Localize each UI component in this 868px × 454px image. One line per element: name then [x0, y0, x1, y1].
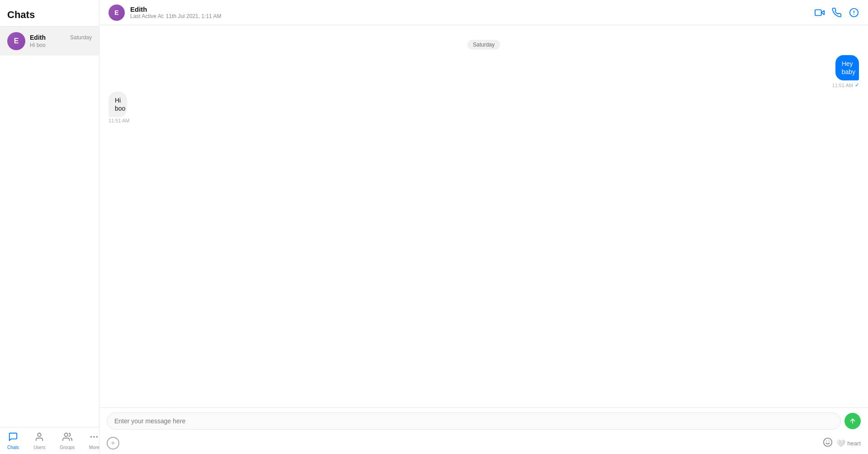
contact-list: E Edith Saturday Hi boo	[0, 27, 99, 427]
heart-icon: 🤍	[836, 439, 845, 448]
chat-area: E Edith Last Active At: 11th Jul 2021, 1…	[99, 0, 868, 454]
heart-text: heart	[847, 440, 861, 447]
contact-avatar-edith: E	[7, 32, 25, 50]
info-button[interactable]	[849, 8, 859, 18]
chat-header-info: Edith Last Active At: 11th Jul 2021, 1:1…	[130, 5, 221, 19]
chat-header-left: E Edith Last Active At: 11th Jul 2021, 1…	[108, 5, 221, 21]
input-right-actions: 🤍 heart	[823, 437, 861, 449]
message-bubble-received-1: Hi boo	[108, 92, 127, 117]
chat-header-actions	[815, 8, 859, 18]
app-container: Chats E Edith Saturday Hi boo	[0, 0, 868, 454]
message-meta-sent-1: 11:51 AM ✓	[832, 82, 859, 88]
input-left-actions: +	[107, 437, 119, 449]
nav-label-chats: Chats	[7, 445, 19, 450]
chat-header-initial: E	[114, 9, 118, 16]
date-divider: Saturday	[108, 40, 859, 50]
contact-name-row: Edith Saturday	[30, 34, 92, 41]
sidebar-header: Chats	[0, 0, 99, 27]
heart-label: 🤍 heart	[836, 439, 861, 448]
input-actions-row: + 🤍	[99, 434, 868, 454]
contact-initial-edith: E	[14, 37, 19, 45]
nav-label-groups: Groups	[60, 445, 75, 450]
contact-info-edith: Edith Saturday Hi boo	[30, 34, 92, 48]
message-time-received-1: 11:51 AM	[108, 118, 129, 123]
send-button[interactable]	[844, 413, 861, 429]
users-icon	[34, 432, 44, 444]
svg-rect-6	[815, 9, 821, 15]
svg-marker-5	[821, 10, 824, 14]
attach-button[interactable]: +	[107, 437, 119, 449]
message-bubble-sent-1: Hey baby	[835, 55, 859, 80]
date-badge: Saturday	[467, 40, 500, 50]
message-input[interactable]	[107, 412, 841, 430]
svg-point-3	[94, 436, 95, 437]
nav-item-users[interactable]: Users	[26, 429, 52, 453]
input-row	[99, 408, 868, 434]
sidebar-title: Chats	[7, 9, 35, 20]
message-row-received-1: Hi boo 11:51 AM	[108, 92, 859, 123]
svg-point-4	[97, 436, 98, 437]
contact-name-edith: Edith	[30, 34, 46, 41]
contact-item-edith[interactable]: E Edith Saturday Hi boo	[0, 27, 99, 56]
nav-item-groups[interactable]: Groups	[52, 429, 82, 453]
svg-point-11	[824, 438, 832, 446]
video-call-button[interactable]	[815, 8, 825, 18]
message-text-received-1: Hi boo	[115, 97, 125, 112]
chat-header-avatar: E	[108, 5, 125, 21]
more-icon	[89, 432, 99, 444]
main-content: Chats E Edith Saturday Hi boo	[0, 0, 868, 454]
messages-area: Saturday Hey baby 11:51 AM ✓	[99, 25, 868, 407]
groups-icon	[62, 432, 72, 444]
bottom-nav: Chats Users	[0, 427, 99, 454]
chat-header-name: Edith	[130, 5, 221, 13]
svg-point-2	[91, 436, 92, 437]
chat-header-status: Last Active At: 11th Jul 2021, 1:11 AM	[130, 13, 221, 19]
contact-preview-edith: Hi boo	[30, 42, 92, 48]
sidebar: Chats E Edith Saturday Hi boo	[0, 0, 99, 454]
message-time-sent-1: 11:51 AM	[832, 83, 853, 88]
input-area: + 🤍	[99, 407, 868, 454]
svg-point-0	[38, 433, 41, 436]
voice-call-button[interactable]	[832, 8, 842, 18]
chat-header: E Edith Last Active At: 11th Jul 2021, 1…	[99, 0, 868, 25]
message-wrapper-sent-1: Hey baby 11:51 AM ✓	[820, 55, 859, 88]
message-row-sent-1: Hey baby 11:51 AM ✓	[108, 55, 859, 88]
message-wrapper-received-1: Hi boo 11:51 AM	[108, 92, 139, 123]
contact-time-edith: Saturday	[70, 34, 92, 41]
chats-icon	[8, 432, 18, 444]
check-icon: ✓	[855, 82, 859, 88]
nav-item-chats[interactable]: Chats	[0, 429, 26, 453]
message-text-sent-1: Hey baby	[842, 60, 855, 75]
nav-label-users: Users	[33, 445, 45, 450]
nav-label-more: More	[89, 445, 99, 450]
plus-icon: +	[111, 440, 115, 447]
svg-point-1	[64, 433, 67, 436]
emoji-button[interactable]	[823, 437, 833, 449]
